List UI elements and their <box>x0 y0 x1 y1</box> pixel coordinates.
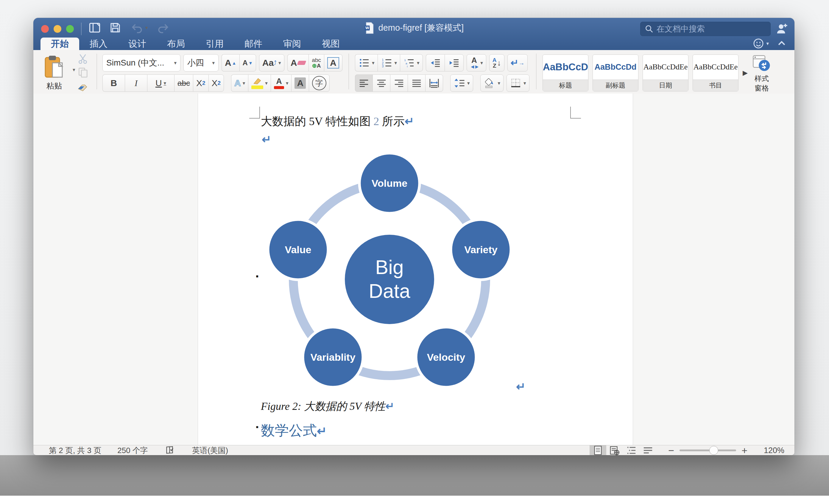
language-indicator[interactable]: 英语(美国) <box>192 445 228 456</box>
shrink-font-button[interactable]: A▼ <box>240 54 256 71</box>
page-indicator[interactable]: 第 2 页, 共 3 页 <box>49 445 101 456</box>
phonetic-guide-button[interactable]: abc ⊕A <box>309 54 324 71</box>
case-caret-icon: ▾ <box>279 60 281 66</box>
text-effects-caret-icon: ▾ <box>243 80 245 86</box>
style-card-bibliography[interactable]: AaBbCcDdEe 书目 <box>693 55 738 92</box>
italic-button[interactable]: I <box>125 74 147 92</box>
shading-button[interactable]: ▾ <box>480 74 504 92</box>
increase-indent-button[interactable] <box>444 54 464 71</box>
tab-view[interactable]: 视图 <box>312 38 350 50</box>
multilevel-list-button[interactable]: 1ai ▾ <box>400 54 423 71</box>
text-direction-button[interactable]: A◄► ▾ <box>467 54 486 71</box>
line-spacing-button[interactable]: ▾ <box>450 74 473 92</box>
word-count[interactable]: 250 个字 <box>117 445 148 456</box>
tab-insert[interactable]: 插入 <box>79 38 118 50</box>
decrease-indent-button[interactable] <box>426 54 444 71</box>
status-bar: 第 2 页, 共 3 页 250 个字 英语(美国) <box>33 445 794 455</box>
big-data-5v-diagram[interactable]: Volume Variety Velocity Variablity Value <box>259 147 530 394</box>
change-case-button[interactable]: Aa⤴▾ <box>259 54 284 71</box>
character-border-button[interactable]: A <box>324 54 343 71</box>
satellite-value[interactable]: Value <box>268 219 328 280</box>
align-left-icon <box>358 78 369 88</box>
format-painter-icon[interactable] <box>77 80 89 92</box>
search-input[interactable]: 在文档中搜索 <box>640 22 771 36</box>
zoom-controls: − + <box>668 445 747 456</box>
styles-expand-icon[interactable]: ▶ <box>743 69 748 77</box>
spellcheck-icon[interactable] <box>164 445 176 455</box>
subscript-button[interactable]: X2 <box>193 74 209 92</box>
tab-label: 插入 <box>89 38 108 50</box>
document-page[interactable]: 大数据的 5V 特性如图 2 所示↵ ↵ ▪ Volume Variety <box>198 94 633 445</box>
highlight-button[interactable]: ▾ <box>248 74 271 92</box>
grow-font-button[interactable]: A▲ <box>221 54 240 71</box>
zoom-level[interactable]: 120% <box>760 446 784 455</box>
body-paragraph[interactable]: 大数据的 5V 特性如图 2 所示↵ <box>261 114 414 129</box>
empty-paragraph[interactable]: ↵ <box>262 133 271 146</box>
character-shading-button[interactable]: A <box>291 74 309 92</box>
outline-view-button[interactable] <box>623 445 640 455</box>
bullets-button[interactable]: ▾ <box>355 54 377 71</box>
bold-button[interactable]: B <box>102 74 125 92</box>
justify-button[interactable] <box>408 74 425 92</box>
style-pane-icon <box>752 53 771 73</box>
font-size-select[interactable]: 小四 ▾ <box>183 54 219 71</box>
tab-mailings[interactable]: 邮件 <box>234 38 273 50</box>
web-layout-view-button[interactable] <box>606 445 623 455</box>
paste-caret-icon[interactable]: ▾ <box>73 67 75 73</box>
draft-view-button[interactable] <box>640 445 656 455</box>
tab-home[interactable]: 开始 <box>40 38 79 50</box>
feedback-button[interactable]: ▾ <box>753 38 769 49</box>
cut-icon[interactable] <box>77 53 89 64</box>
enclose-characters-button[interactable]: 字 <box>309 74 330 92</box>
clear-format-glyph: A <box>291 58 297 68</box>
underline-button[interactable]: U▾ <box>147 74 174 92</box>
clear-formatting-button[interactable]: A <box>287 54 309 71</box>
ribbon: 粘贴 ▾ SimSun (中文... ▾ <box>33 50 794 94</box>
text-effects-button[interactable]: A▾ <box>231 74 248 92</box>
borders-button[interactable]: ▾ <box>506 74 530 92</box>
satellite-volume[interactable]: Volume <box>359 153 420 213</box>
font-color-button[interactable]: A ▾ <box>271 74 291 92</box>
tab-layout[interactable]: 布局 <box>157 38 195 50</box>
collapse-ribbon-icon[interactable] <box>777 38 787 48</box>
left-right-arrows-icon: ◄► <box>470 64 479 69</box>
distribute-button[interactable] <box>425 74 443 92</box>
paste-button[interactable]: 粘贴 <box>40 53 69 92</box>
show-marks-button[interactable]: ↵ → <box>507 54 528 71</box>
sort-button[interactable]: AZ ↓ <box>489 54 504 71</box>
share-button[interactable] <box>776 22 789 36</box>
zoom-out-button[interactable]: − <box>668 445 674 456</box>
paragraph-mark-icon: ↵ <box>385 400 394 412</box>
satellite-variety[interactable]: Variety <box>451 219 511 280</box>
satellite-variablity[interactable]: Variablity <box>303 327 363 387</box>
figure-reference-field[interactable]: 2 <box>373 115 379 128</box>
zoom-in-button[interactable]: + <box>742 445 747 456</box>
style-card-subtitle[interactable]: AaBbCcDd 副标题 <box>592 55 639 92</box>
tab-review[interactable]: 审阅 <box>273 38 312 50</box>
document-canvas[interactable]: 大数据的 5V 特性如图 2 所示↵ ↵ ▪ Volume Variety <box>33 94 794 445</box>
align-right-button[interactable] <box>390 74 408 92</box>
tab-references[interactable]: 引用 <box>195 38 234 50</box>
figure-caption[interactable]: Figure 2: 大数据的 5V 特性↵ <box>261 399 394 414</box>
style-card-date[interactable]: AaBbCcDdEe 日期 <box>643 55 688 92</box>
satellite-velocity[interactable]: Velocity <box>416 327 476 387</box>
section-heading[interactable]: 数学公式↵ <box>261 421 327 440</box>
borders-icon <box>510 78 522 88</box>
copy-icon[interactable] <box>77 67 89 78</box>
web-layout-icon <box>609 445 620 455</box>
bullet-list-icon <box>358 58 370 68</box>
align-left-button[interactable] <box>355 74 372 92</box>
superscript-button[interactable]: X2 <box>209 74 224 92</box>
numbering-button[interactable]: 123 ▾ <box>377 54 400 71</box>
align-center-button[interactable] <box>372 74 390 92</box>
center-circle[interactable]: Big Data <box>345 235 434 324</box>
style-pane-button[interactable]: 样式 窗格 <box>752 53 771 92</box>
zoom-slider[interactable] <box>680 449 736 451</box>
print-layout-view-button[interactable] <box>589 445 606 455</box>
font-name-select[interactable]: SimSun (中文... ▾ <box>102 54 180 71</box>
strikethrough-button[interactable]: abc <box>174 74 193 92</box>
diagram-paragraph-mark: ↵ <box>516 380 526 393</box>
tab-design[interactable]: 设计 <box>118 38 157 50</box>
style-card-title[interactable]: AaBbCcD 标题 <box>543 55 588 92</box>
zoom-slider-thumb[interactable] <box>709 446 718 455</box>
